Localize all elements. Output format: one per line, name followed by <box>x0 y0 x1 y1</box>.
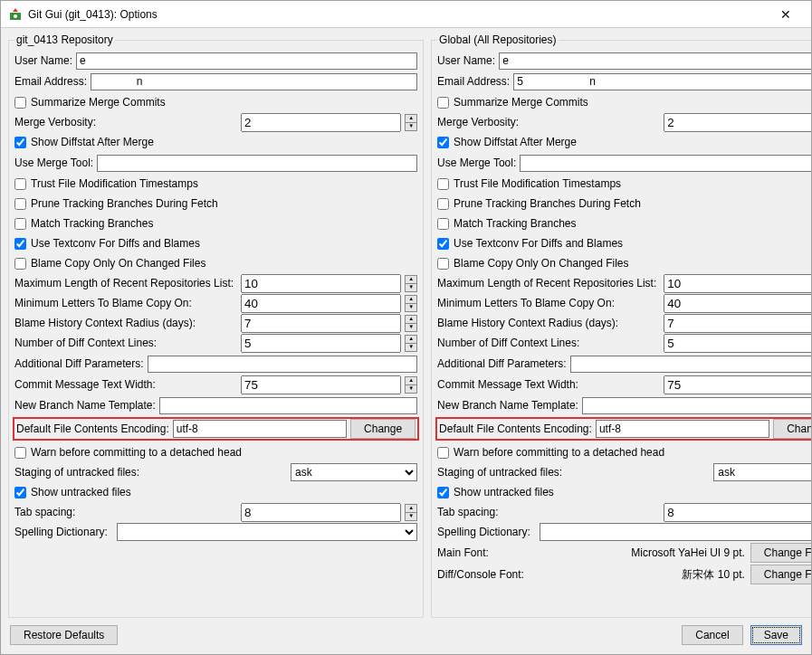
g-prune-checkbox[interactable] <box>437 198 449 210</box>
g-blame-hist-input[interactable] <box>664 314 811 333</box>
show-untracked-label: Show untracked files <box>31 486 131 498</box>
g-encoding-row: Default File Contents Encoding: Change <box>435 417 811 441</box>
g-merge-tool-input[interactable] <box>520 155 811 172</box>
textconv-checkbox[interactable] <box>14 238 26 250</box>
g-blame-changed-label: Blame Copy Only On Changed Files <box>454 257 628 270</box>
g-email-label: Email Address: <box>437 75 510 88</box>
min-blame-spinner[interactable]: ▲▼ <box>405 295 417 312</box>
match-tracking-label: Match Tracking Branches <box>31 217 153 230</box>
blame-hist-spinner[interactable]: ▲▼ <box>405 315 417 332</box>
trust-mtime-label: Trust File Modification Timestamps <box>31 177 198 190</box>
change-encoding-button[interactable]: Change <box>350 419 416 439</box>
staging-label: Staging of untracked files: <box>14 466 139 479</box>
g-warn-detached-checkbox[interactable] <box>437 447 449 459</box>
options-window: Git Gui (git_0413): Options ✕ git_0413 R… <box>0 0 812 655</box>
g-user-name-label: User Name: <box>437 54 495 67</box>
g-min-blame-label: Minimum Letters To Blame Copy On: <box>437 297 615 309</box>
g-match-tracking-checkbox[interactable] <box>437 218 449 230</box>
show-diffstat-checkbox[interactable] <box>14 137 26 148</box>
diff-font-label: Diff/Console Font: <box>437 568 524 581</box>
email-input[interactable] <box>91 73 417 90</box>
tab-spacing-input[interactable] <box>241 503 401 522</box>
g-textconv-label: Use Textconv For Diffs and Blames <box>454 237 623 250</box>
blame-changed-label: Blame Copy Only On Changed Files <box>31 257 205 270</box>
branch-tmpl-label: New Branch Name Template: <box>14 399 156 412</box>
g-merge-tool-label: Use Merge Tool: <box>437 157 516 169</box>
encoding-input[interactable] <box>173 420 347 438</box>
g-staging-select[interactable]: ask <box>713 463 811 481</box>
textconv-label: Use Textconv For Diffs and Blames <box>31 237 200 250</box>
g-branch-tmpl-label: New Branch Name Template: <box>437 399 578 412</box>
max-recent-spinner[interactable]: ▲▼ <box>405 275 417 292</box>
restore-defaults-button[interactable]: Restore Defaults <box>10 625 118 645</box>
merge-verbosity-input[interactable] <box>241 113 401 132</box>
repo-panel: git_0413 Repository User Name: Email Add… <box>8 33 424 618</box>
g-email-input[interactable] <box>513 73 811 90</box>
g-textconv-checkbox[interactable] <box>437 238 449 250</box>
g-merge-verbosity-label: Merge Verbosity: <box>437 116 519 128</box>
g-branch-tmpl-input[interactable] <box>582 397 811 414</box>
blame-hist-label: Blame History Context Radius (days): <box>14 317 196 329</box>
g-match-tracking-label: Match Tracking Branches <box>454 217 576 230</box>
g-trust-mtime-checkbox[interactable] <box>437 178 449 190</box>
max-recent-input[interactable] <box>241 274 401 293</box>
change-diff-font-button[interactable]: Change Font <box>750 565 811 584</box>
g-show-untracked-checkbox[interactable] <box>437 487 449 498</box>
g-blame-hist-label: Blame History Context Radius (days): <box>437 317 618 329</box>
add-diff-input[interactable] <box>148 356 418 373</box>
g-max-recent-input[interactable] <box>664 274 811 293</box>
g-blame-changed-checkbox[interactable] <box>437 258 449 270</box>
g-change-encoding-button[interactable]: Change <box>773 419 811 439</box>
save-button[interactable]: Save <box>750 625 802 645</box>
g-merge-verbosity-input[interactable] <box>664 113 811 132</box>
global-legend: Global (All Repositories) <box>437 33 558 46</box>
merge-verbosity-spinner[interactable]: ▲▼ <box>405 114 417 131</box>
global-panel: Global (All Repositories) User Name: Ema… <box>431 33 811 618</box>
g-summarize-merge-checkbox[interactable] <box>437 97 449 109</box>
blame-hist-input[interactable] <box>241 314 401 333</box>
global-group: Global (All Repositories) User Name: Ema… <box>431 33 811 618</box>
user-name-input[interactable] <box>76 52 417 70</box>
spelling-select[interactable] <box>117 523 417 541</box>
diff-ctx-spinner[interactable]: ▲▼ <box>405 335 417 352</box>
merge-verbosity-label: Merge Verbosity: <box>14 116 96 128</box>
cancel-button[interactable]: Cancel <box>682 625 742 645</box>
g-spelling-label: Spelling Dictionary: <box>437 526 530 538</box>
g-min-blame-input[interactable] <box>664 294 811 313</box>
repo-legend: git_0413 Repository <box>14 33 115 46</box>
g-encoding-input[interactable] <box>596 420 769 438</box>
summarize-merge-checkbox[interactable] <box>14 97 26 109</box>
show-untracked-checkbox[interactable] <box>14 487 26 498</box>
blame-changed-checkbox[interactable] <box>14 258 26 270</box>
change-main-font-button[interactable]: Change Font <box>750 543 811 563</box>
commit-width-label: Commit Message Text Width: <box>14 378 156 391</box>
close-button[interactable]: ✕ <box>768 2 804 27</box>
g-spelling-select[interactable] <box>540 523 811 541</box>
g-max-recent-label: Maximum Length of Recent Repositories Li… <box>437 277 656 290</box>
g-diff-ctx-input[interactable] <box>664 334 811 353</box>
g-add-diff-input[interactable] <box>570 356 811 373</box>
g-staging-label: Staging of untracked files: <box>437 466 562 479</box>
staging-select[interactable]: ask <box>291 463 417 481</box>
summarize-merge-label: Summarize Merge Commits <box>31 96 166 109</box>
diff-ctx-label: Number of Diff Context Lines: <box>14 337 157 349</box>
min-blame-input[interactable] <box>241 294 401 313</box>
commit-width-spinner[interactable]: ▲▼ <box>405 376 417 394</box>
warn-detached-checkbox[interactable] <box>14 447 26 459</box>
g-trust-mtime-label: Trust File Modification Timestamps <box>454 177 621 190</box>
repo-group: git_0413 Repository User Name: Email Add… <box>8 33 424 618</box>
g-user-name-input[interactable] <box>499 52 811 70</box>
diff-ctx-input[interactable] <box>241 334 401 353</box>
g-tab-spacing-input[interactable] <box>664 503 811 522</box>
trust-mtime-checkbox[interactable] <box>14 178 26 190</box>
tab-spacing-spinner[interactable]: ▲▼ <box>405 504 417 521</box>
g-encoding-label: Default File Contents Encoding: <box>439 422 592 435</box>
match-tracking-checkbox[interactable] <box>14 218 26 230</box>
merge-tool-input[interactable] <box>97 155 417 172</box>
g-summarize-merge-label: Summarize Merge Commits <box>454 96 588 109</box>
g-show-diffstat-checkbox[interactable] <box>437 137 449 148</box>
g-commit-width-input[interactable] <box>664 375 811 394</box>
prune-checkbox[interactable] <box>14 198 26 210</box>
branch-tmpl-input[interactable] <box>159 397 417 414</box>
commit-width-input[interactable] <box>241 375 401 394</box>
